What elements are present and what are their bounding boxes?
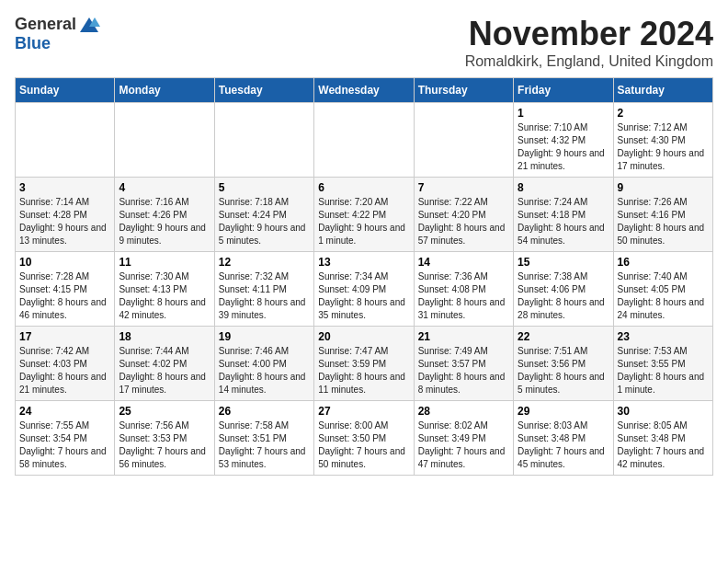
day-number: 19 [219,330,310,343]
day-cell: 9Sunrise: 7:26 AM Sunset: 4:16 PM Daylig… [613,178,712,252]
day-info: Sunrise: 7:58 AM Sunset: 3:51 PM Dayligh… [219,419,310,471]
month-title: November 2024 [465,15,713,53]
day-cell: 30Sunrise: 8:05 AM Sunset: 3:48 PM Dayli… [613,401,712,476]
day-cell: 28Sunrise: 8:02 AM Sunset: 3:49 PM Dayli… [414,401,513,476]
calendar-body: 1Sunrise: 7:10 AM Sunset: 4:32 PM Daylig… [16,103,713,476]
location-title: Romaldkirk, England, United Kingdom [465,53,713,70]
header-row: SundayMondayTuesdayWednesdayThursdayFrid… [16,78,713,103]
day-info: Sunrise: 7:42 AM Sunset: 4:03 PM Dayligh… [19,345,110,396]
logo-blue: Blue [15,34,51,53]
day-cell: 14Sunrise: 7:36 AM Sunset: 4:08 PM Dayli… [414,252,513,327]
day-number: 26 [219,405,310,418]
week-row: 10Sunrise: 7:28 AM Sunset: 4:15 PM Dayli… [16,252,713,327]
day-number: 28 [418,405,509,418]
day-info: Sunrise: 7:12 AM Sunset: 4:30 PM Dayligh… [618,121,709,173]
calendar-table: SundayMondayTuesdayWednesdayThursdayFrid… [15,77,713,476]
week-row: 1Sunrise: 7:10 AM Sunset: 4:32 PM Daylig… [16,103,713,178]
day-cell: 20Sunrise: 7:47 AM Sunset: 3:59 PM Dayli… [314,327,414,401]
day-cell: 21Sunrise: 7:49 AM Sunset: 3:57 PM Dayli… [414,327,513,401]
day-number: 13 [318,256,409,269]
day-number: 17 [19,330,110,343]
day-cell: 22Sunrise: 7:51 AM Sunset: 3:56 PM Dayli… [514,327,613,401]
day-cell: 24Sunrise: 7:55 AM Sunset: 3:54 PM Dayli… [16,401,115,476]
day-number: 22 [518,330,609,343]
day-number: 21 [418,330,509,343]
day-info: Sunrise: 7:24 AM Sunset: 4:18 PM Dayligh… [518,196,609,247]
day-info: Sunrise: 8:03 AM Sunset: 3:48 PM Dayligh… [518,419,609,471]
day-number: 3 [19,181,110,194]
header-cell-saturday: Saturday [613,78,712,103]
page-header: General Blue November 2024 Romaldkirk, E… [15,15,713,70]
day-number: 20 [318,330,409,343]
header-cell-friday: Friday [514,78,613,103]
day-info: Sunrise: 7:51 AM Sunset: 3:56 PM Dayligh… [518,345,609,396]
day-info: Sunrise: 7:53 AM Sunset: 3:55 PM Dayligh… [618,345,709,396]
day-number: 25 [119,405,210,418]
day-info: Sunrise: 7:22 AM Sunset: 4:20 PM Dayligh… [418,196,509,247]
day-number: 24 [19,405,110,418]
title-area: November 2024 Romaldkirk, England, Unite… [465,15,713,70]
day-info: Sunrise: 7:20 AM Sunset: 4:22 PM Dayligh… [318,196,409,247]
day-info: Sunrise: 7:36 AM Sunset: 4:08 PM Dayligh… [418,270,509,322]
day-number: 2 [618,107,709,120]
week-row: 24Sunrise: 7:55 AM Sunset: 3:54 PM Dayli… [16,401,713,476]
day-number: 15 [518,256,609,269]
logo-icon [78,16,100,34]
day-cell: 5Sunrise: 7:18 AM Sunset: 4:24 PM Daylig… [214,178,313,252]
day-number: 4 [119,181,210,194]
day-number: 30 [618,405,709,418]
logo: General Blue [15,15,100,53]
day-info: Sunrise: 7:34 AM Sunset: 4:09 PM Dayligh… [318,270,409,322]
day-cell: 18Sunrise: 7:44 AM Sunset: 4:02 PM Dayli… [115,327,214,401]
day-cell: 29Sunrise: 8:03 AM Sunset: 3:48 PM Dayli… [514,401,613,476]
header-cell-monday: Monday [115,78,214,103]
day-cell: 10Sunrise: 7:28 AM Sunset: 4:15 PM Dayli… [16,252,115,327]
day-number: 12 [219,256,310,269]
day-cell: 2Sunrise: 7:12 AM Sunset: 4:30 PM Daylig… [613,103,712,178]
calendar-header: SundayMondayTuesdayWednesdayThursdayFrid… [16,78,713,103]
day-number: 11 [119,256,210,269]
day-info: Sunrise: 7:46 AM Sunset: 4:00 PM Dayligh… [219,345,310,396]
day-cell [16,103,115,178]
day-info: Sunrise: 7:40 AM Sunset: 4:05 PM Dayligh… [618,270,709,322]
day-cell: 4Sunrise: 7:16 AM Sunset: 4:26 PM Daylig… [115,178,214,252]
day-cell: 3Sunrise: 7:14 AM Sunset: 4:28 PM Daylig… [16,178,115,252]
day-info: Sunrise: 7:18 AM Sunset: 4:24 PM Dayligh… [219,196,310,247]
day-info: Sunrise: 7:32 AM Sunset: 4:11 PM Dayligh… [219,270,310,322]
day-number: 10 [19,256,110,269]
day-cell: 25Sunrise: 7:56 AM Sunset: 3:53 PM Dayli… [115,401,214,476]
day-cell: 11Sunrise: 7:30 AM Sunset: 4:13 PM Dayli… [115,252,214,327]
day-number: 6 [318,181,409,194]
day-number: 27 [318,405,409,418]
day-cell [314,103,414,178]
day-info: Sunrise: 7:10 AM Sunset: 4:32 PM Dayligh… [518,121,609,173]
day-cell [214,103,313,178]
day-cell [414,103,513,178]
day-number: 23 [618,330,709,343]
header-cell-tuesday: Tuesday [214,78,313,103]
day-info: Sunrise: 7:38 AM Sunset: 4:06 PM Dayligh… [518,270,609,322]
day-cell: 17Sunrise: 7:42 AM Sunset: 4:03 PM Dayli… [16,327,115,401]
day-info: Sunrise: 7:30 AM Sunset: 4:13 PM Dayligh… [119,270,210,322]
day-info: Sunrise: 7:26 AM Sunset: 4:16 PM Dayligh… [618,196,709,247]
day-number: 5 [219,181,310,194]
day-number: 16 [618,256,709,269]
day-cell: 6Sunrise: 7:20 AM Sunset: 4:22 PM Daylig… [314,178,414,252]
day-cell: 19Sunrise: 7:46 AM Sunset: 4:00 PM Dayli… [214,327,313,401]
day-number: 7 [418,181,509,194]
header-cell-wednesday: Wednesday [314,78,414,103]
day-number: 29 [518,405,609,418]
header-cell-sunday: Sunday [16,78,115,103]
day-info: Sunrise: 8:00 AM Sunset: 3:50 PM Dayligh… [318,419,409,471]
day-cell [115,103,214,178]
day-number: 8 [518,181,609,194]
day-cell: 16Sunrise: 7:40 AM Sunset: 4:05 PM Dayli… [613,252,712,327]
week-row: 3Sunrise: 7:14 AM Sunset: 4:28 PM Daylig… [16,178,713,252]
day-number: 14 [418,256,509,269]
day-cell: 23Sunrise: 7:53 AM Sunset: 3:55 PM Dayli… [613,327,712,401]
day-cell: 12Sunrise: 7:32 AM Sunset: 4:11 PM Dayli… [214,252,313,327]
day-number: 9 [618,181,709,194]
day-cell: 1Sunrise: 7:10 AM Sunset: 4:32 PM Daylig… [514,103,613,178]
week-row: 17Sunrise: 7:42 AM Sunset: 4:03 PM Dayli… [16,327,713,401]
day-cell: 13Sunrise: 7:34 AM Sunset: 4:09 PM Dayli… [314,252,414,327]
